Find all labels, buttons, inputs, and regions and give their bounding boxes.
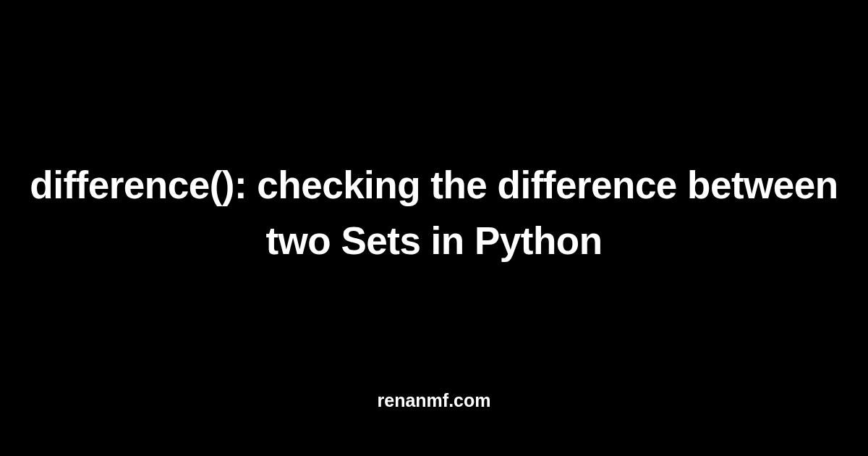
page-title: difference(): checking the difference be… — [29, 158, 839, 269]
site-domain: renanmf.com — [378, 390, 491, 411]
social-card: difference(): checking the difference be… — [0, 0, 868, 456]
